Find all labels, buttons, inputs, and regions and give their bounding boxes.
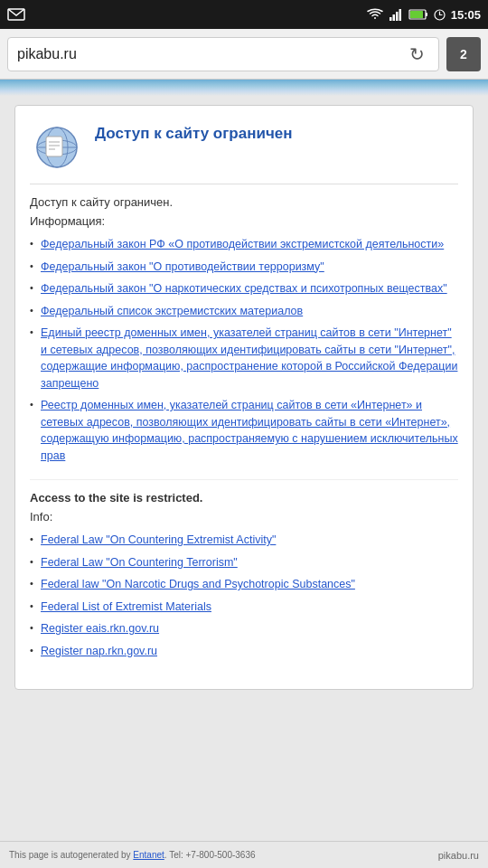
ru-links-list: Федеральный закон РФ «О противодействии … xyxy=(30,233,458,467)
svg-rect-6 xyxy=(426,13,427,16)
footer-right: pikabu.ru xyxy=(438,850,479,861)
svg-rect-3 xyxy=(396,12,399,21)
url-text: pikabu.ru xyxy=(17,46,77,62)
globe-icon xyxy=(30,120,84,175)
en-link-2[interactable]: Federal Law "On Countering Terrorism" xyxy=(41,556,238,569)
list-item: Федеральный закон РФ «О противодействии … xyxy=(30,233,458,256)
footer-pre-text: This page is autogenerated by xyxy=(9,850,133,860)
en-link-5[interactable]: Register eais.rkn.gov.ru xyxy=(41,622,159,635)
tabs-count: 2 xyxy=(460,47,467,61)
ru-info-label: Информация: xyxy=(30,214,458,228)
list-item: Register nap.rkn.gov.ru xyxy=(30,640,458,663)
status-bar: 15:05 xyxy=(0,0,488,29)
en-link-3[interactable]: Federal law "On Narcotic Drugs and Psych… xyxy=(41,578,355,590)
battery-icon xyxy=(408,9,428,20)
address-bar: pikabu.ru ↻ 2 xyxy=(0,29,488,80)
page-title: Доступ к сайту ограничен xyxy=(95,120,292,144)
list-item: Федеральный закон "О противодействии тер… xyxy=(30,256,458,278)
blue-separator xyxy=(0,80,488,96)
footer-left: This page is autogenerated by Entanet. T… xyxy=(9,850,256,860)
main-content: Доступ к сайту ограничен Доступ к сайту … xyxy=(0,96,488,841)
section-divider xyxy=(30,479,458,480)
en-link-1[interactable]: Federal Law "On Countering Extremist Act… xyxy=(41,533,276,546)
footer-bar: This page is autogenerated by Entanet. T… xyxy=(0,841,488,868)
refresh-button[interactable]: ↻ xyxy=(404,42,429,67)
en-access-text: Access to the site is restricted. xyxy=(30,491,458,505)
ru-link-4[interactable]: Федеральный список экстремистских матери… xyxy=(41,305,303,317)
footer-tel-text: . Tel: +7-800-500-3636 xyxy=(164,850,256,860)
card-header: Доступ к сайту ограничен xyxy=(30,120,458,184)
list-item: Реестр доменных имен, указателей страниц… xyxy=(30,394,458,467)
svg-rect-4 xyxy=(399,9,401,21)
card-title-text: Доступ к сайту ограничен xyxy=(95,120,292,175)
en-link-4[interactable]: Federal List of Extremist Materials xyxy=(41,600,211,613)
list-item: Register eais.rkn.gov.ru xyxy=(30,618,458,640)
en-info-label: Info: xyxy=(30,510,458,524)
ru-link-1[interactable]: Федеральный закон РФ «О противодействии … xyxy=(41,238,444,250)
email-icon xyxy=(7,8,25,21)
en-link-6[interactable]: Register nap.rkn.gov.ru xyxy=(41,645,157,657)
list-item: Federal Law "On Countering Terrorism" xyxy=(30,552,458,574)
status-left-icons xyxy=(7,8,25,21)
list-item: Единый реестр доменных имен, указателей … xyxy=(30,322,458,394)
list-item: Federal List of Extremist Materials xyxy=(30,596,458,618)
clock-icon xyxy=(434,9,446,21)
tabs-button[interactable]: 2 xyxy=(446,37,481,71)
ru-access-text: Доступ к сайту ограничен. xyxy=(30,195,458,209)
ru-link-5[interactable]: Единый реестр доменных имен, указателей … xyxy=(41,326,457,390)
list-item: Федеральный список экстремистских матери… xyxy=(30,300,458,323)
svg-rect-7 xyxy=(410,11,423,18)
signal-icon xyxy=(389,8,403,21)
ru-link-6[interactable]: Реестр доменных имен, указателей страниц… xyxy=(41,399,458,462)
svg-rect-1 xyxy=(389,17,392,21)
list-item: Federal Law "On Countering Extremist Act… xyxy=(30,529,458,552)
en-links-list: Federal Law "On Countering Extremist Act… xyxy=(30,529,458,662)
list-item: Федеральный закон "О наркотических средс… xyxy=(30,278,458,300)
list-item: Federal law "On Narcotic Drugs and Psych… xyxy=(30,573,458,596)
status-right-icons: 15:05 xyxy=(367,8,481,22)
svg-rect-2 xyxy=(392,14,395,21)
url-field[interactable]: pikabu.ru ↻ xyxy=(7,37,439,71)
svg-rect-15 xyxy=(46,137,62,156)
blocked-card: Доступ к сайту ограничен Доступ к сайту … xyxy=(14,105,474,690)
time-display: 15:05 xyxy=(451,8,481,22)
ru-link-3[interactable]: Федеральный закон "О наркотических средс… xyxy=(41,282,447,295)
footer-link[interactable]: Entanet xyxy=(133,850,164,860)
wifi-icon xyxy=(367,8,383,21)
ru-link-2[interactable]: Федеральный закон "О противодействии тер… xyxy=(41,260,324,273)
